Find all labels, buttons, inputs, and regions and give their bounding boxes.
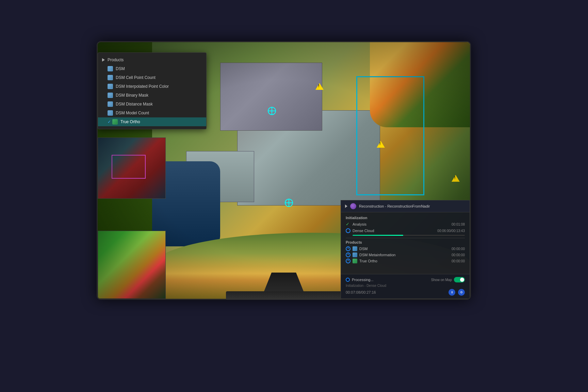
clock-icon-dsm (346, 246, 350, 251)
product-dsm-meta-icon (353, 252, 357, 257)
product-dsm-left: DSM (346, 246, 368, 251)
control-buttons: ⏸ ⚙ (448, 289, 465, 296)
monitor: Products DSM DSM Cell Point Count DSM In… (97, 41, 491, 320)
crosshair-1 (268, 107, 276, 115)
true-ortho-icon (112, 119, 118, 125)
dropdown-item-dsm-cell[interactable]: DSM Cell Point Count (98, 73, 206, 82)
product-dsm-icon (353, 246, 357, 251)
pause-button[interactable]: ⏸ (448, 289, 455, 296)
dsm-color-icon (108, 84, 113, 89)
crosshair-circle-2 (285, 199, 293, 207)
product-dsm-time: 00:00:00 (452, 247, 465, 251)
dropdown-title: Products (108, 58, 124, 62)
processing-footer: Processing... Show on Map Initialization… (341, 274, 470, 298)
crosshair-circle-1 (268, 107, 276, 115)
dense-cloud-progress-bar (353, 235, 465, 236)
check-icon: ✓ (108, 119, 111, 124)
clock-icon-dsm-meta (346, 252, 350, 257)
product-true-ortho-left: True Ortho (346, 259, 377, 263)
processing-status-row: Processing... Show on Map (346, 277, 465, 282)
product-dsm-meta-left: DSM Metainformation (346, 252, 395, 257)
show-on-map-label: Show on Map (431, 278, 452, 282)
products-dropdown: Products DSM DSM Cell Point Count DSM In… (98, 52, 207, 129)
warning-marker-3 (452, 175, 460, 182)
dropdown-item-dsm-distance[interactable]: DSM Distance Mask (98, 100, 206, 109)
product-dsm-meta-time: 00:00:00 (452, 253, 465, 257)
thumbnail-vector (98, 231, 166, 299)
check-complete-icon: ✓ (346, 222, 350, 227)
product-true-ortho-row: True Ortho 00:00:00 (346, 259, 465, 263)
dsm-model-icon (108, 110, 113, 116)
dsm-distance-label: DSM Distance Mask (116, 102, 153, 107)
timer-text: 00:07:08/00:27:16 (346, 290, 376, 294)
warning-marker-2 (377, 141, 385, 148)
monitor-screen: Products DSM DSM Cell Point Count DSM In… (97, 41, 471, 300)
thumbnail-false-color (98, 137, 166, 199)
dsm-cell-label: DSM Cell Point Count (116, 75, 156, 80)
panel-header: Reconstruction - ReconstructionFromNadir (341, 200, 470, 212)
collapse-icon[interactable] (102, 58, 105, 62)
processing-label: Processing... (346, 278, 374, 282)
show-on-map-control: Show on Map (431, 277, 465, 282)
dropdown-item-dsm[interactable]: DSM (98, 64, 206, 73)
dsm-model-label: DSM Model Count (116, 111, 149, 115)
show-on-map-toggle[interactable] (454, 277, 465, 282)
dsm-icon (108, 66, 113, 71)
product-true-ortho-time: 00:00:00 (452, 259, 465, 263)
products-title: Products (346, 240, 465, 244)
dsm-binary-icon (108, 93, 113, 98)
blue-selection-outline (356, 76, 424, 195)
dense-cloud-time: 00:06:00/00:13:43 (437, 229, 465, 233)
warning-marker-1 (315, 83, 324, 90)
dense-cloud-row: Dense Cloud 00:06:00/00:13:43 (346, 228, 465, 233)
panel-body: Initialization ✓ Analysis 00:01:08 (341, 212, 470, 268)
settings-icon: ⚙ (460, 291, 463, 294)
dsm-binary-label: DSM Binary Mask (116, 93, 148, 98)
dropdown-item-true-ortho[interactable]: ✓ True Ortho (98, 117, 206, 126)
true-ortho-label: True Ortho (120, 119, 140, 124)
dropdown-item-dsm-model[interactable]: DSM Model Count (98, 109, 206, 117)
purple-outline (112, 155, 146, 179)
panel-collapse-icon[interactable] (345, 205, 347, 208)
initialization-title: Initialization (346, 216, 465, 220)
dropdown-item-dsm-binary[interactable]: DSM Binary Mask (98, 91, 206, 100)
pause-icon: ⏸ (451, 291, 454, 294)
product-true-ortho-label: True Ortho (359, 259, 377, 263)
dsm-label: DSM (116, 66, 125, 71)
product-dsm-meta-row: DSM Metainformation 00:00:00 (346, 252, 465, 257)
dsm-cell-icon (108, 75, 113, 80)
progress-fill (353, 235, 403, 236)
processing-panel: Reconstruction - ReconstructionFromNadir… (341, 200, 470, 299)
init-phase-label: Initialization - Dense Cloud (346, 284, 465, 288)
analysis-row: ✓ Analysis 00:01:08 (346, 222, 465, 227)
product-dsm-meta-label: DSM Metainformation (359, 253, 395, 257)
divider-1 (346, 238, 465, 238)
processing-spinner-icon (346, 228, 350, 233)
clock-icon-true-ortho (346, 259, 350, 263)
processing-text: Processing... (352, 278, 374, 282)
product-dsm-label: DSM (359, 247, 368, 251)
analysis-left: ✓ Analysis (346, 222, 366, 227)
crosshair-2 (285, 199, 293, 207)
dense-cloud-left: Dense Cloud (346, 228, 374, 233)
reconstruction-icon (350, 203, 356, 209)
panel-title: Reconstruction - ReconstructionFromNadir (359, 204, 430, 208)
timer-row: 00:07:08/00:27:16 ⏸ ⚙ (346, 289, 465, 296)
scene: Products DSM DSM Cell Point Count DSM In… (56, 34, 532, 358)
analysis-label: Analysis (353, 222, 366, 226)
product-true-ortho-icon (353, 259, 357, 263)
product-dsm-row: DSM 00:00:00 (346, 246, 465, 251)
dense-cloud-label: Dense Cloud (353, 229, 374, 233)
processing-status-dot (346, 278, 350, 282)
monitor-base (226, 291, 342, 300)
settings-button[interactable]: ⚙ (458, 289, 465, 296)
dropdown-item-dsm-color[interactable]: DSM Interpolated Point Color (98, 82, 206, 91)
dsm-color-label: DSM Interpolated Point Color (116, 84, 169, 89)
dsm-distance-icon (108, 101, 113, 107)
analysis-time: 00:01:08 (452, 223, 465, 226)
building-roof (220, 63, 322, 131)
dropdown-header: Products (98, 55, 206, 64)
